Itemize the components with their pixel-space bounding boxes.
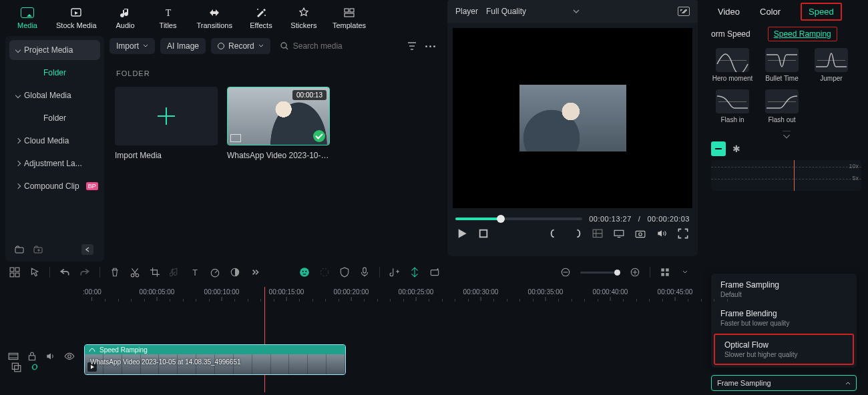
mic-icon[interactable] xyxy=(359,267,370,278)
beat-detect-icon[interactable] xyxy=(170,267,180,278)
undo-button[interactable] xyxy=(59,267,70,278)
svg-point-26 xyxy=(305,271,306,272)
tab-effects-label: Effects xyxy=(250,21,272,29)
preset-flash-in[interactable]: Flash in xyxy=(711,89,754,124)
freeze-frame-icon[interactable]: ✱ xyxy=(732,143,740,154)
quality-selector[interactable]: Full Quality xyxy=(486,7,580,16)
mode-uniform-speed[interactable]: orm Speed xyxy=(711,29,750,39)
fullscreen-icon[interactable] xyxy=(678,228,688,239)
inspector-tab-video[interactable]: Video xyxy=(718,7,740,17)
new-bin-icon[interactable] xyxy=(33,245,43,254)
sidebar-project-media[interactable]: Project Media xyxy=(9,40,100,60)
ai-tools-icon[interactable] xyxy=(299,267,310,278)
sidebar-compound-clip[interactable]: Compound Clip BP xyxy=(9,176,100,196)
shield-icon[interactable] xyxy=(339,267,350,278)
tab-titles[interactable]: T Titles xyxy=(154,7,182,29)
interpolation-select[interactable]: Frame Sampling xyxy=(711,375,857,391)
track-video-icon[interactable] xyxy=(8,351,19,362)
record-button[interactable]: Record xyxy=(211,38,270,54)
cut-button[interactable] xyxy=(130,267,140,278)
import-thumb[interactable] xyxy=(115,87,218,145)
text-tool-icon[interactable]: T xyxy=(190,267,200,278)
audio-sync-icon[interactable] xyxy=(389,267,400,278)
more-tools-icon[interactable] xyxy=(250,267,260,278)
ai-image-button[interactable]: AI Image xyxy=(160,38,206,54)
time-ruler[interactable]: :00:0000:00:05:0000:00:10:0000:00:15:000… xyxy=(83,288,694,307)
filter-icon[interactable] xyxy=(407,41,417,51)
mode-speed-ramping[interactable]: Speed Ramping xyxy=(768,27,837,41)
sidebar-global-media[interactable]: Global Media xyxy=(9,85,100,105)
color-tool-icon[interactable] xyxy=(230,267,240,278)
lock-icon[interactable] xyxy=(27,351,37,362)
remove-keyframe-button[interactable] xyxy=(711,141,726,156)
collapse-sidebar-button[interactable] xyxy=(81,244,93,255)
more-options-icon[interactable] xyxy=(423,43,438,50)
video-thumb[interactable]: 00:00:13 xyxy=(227,87,330,145)
preset-hero-moment[interactable]: Hero moment xyxy=(711,48,754,83)
tab-stock-media[interactable]: Stock Media xyxy=(56,7,97,29)
snapshot-button[interactable] xyxy=(635,228,646,239)
eye-icon[interactable] xyxy=(64,351,75,362)
expand-divider[interactable] xyxy=(783,131,791,137)
tab-audio[interactable]: Audio xyxy=(112,7,140,29)
track-options-icon[interactable] xyxy=(680,267,690,278)
mark-out-icon[interactable] xyxy=(571,228,582,239)
stop-button[interactable] xyxy=(478,228,489,239)
tab-templates[interactable]: Templates xyxy=(333,7,366,29)
zoom-in-button[interactable] xyxy=(630,267,640,278)
search-input[interactable] xyxy=(293,41,367,51)
video-tile[interactable]: 00:00:13 WhatsApp Video 2023-10-05... xyxy=(227,87,330,160)
track-display-icon[interactable] xyxy=(660,267,670,278)
search-media[interactable] xyxy=(276,39,401,53)
copy-track-icon[interactable] xyxy=(11,362,21,372)
play-button[interactable] xyxy=(457,228,467,239)
preset-jumper[interactable]: Jumper xyxy=(810,48,853,83)
option-frame-blending[interactable]: Frame Blending Faster but lower quality xyxy=(711,304,857,332)
delete-button[interactable] xyxy=(110,267,120,278)
sidebar-cloud-media[interactable]: Cloud Media xyxy=(9,131,100,151)
timeline-clip[interactable]: Speed Ramping WhatsApp Video 2023-10-05 … xyxy=(84,344,346,375)
seek-knob[interactable] xyxy=(497,215,505,223)
zoom-out-button[interactable] xyxy=(560,267,571,278)
grid-view-icon[interactable] xyxy=(9,267,20,278)
player-viewport[interactable] xyxy=(453,28,692,208)
timeline-toolbar: T xyxy=(5,263,694,282)
redo-button[interactable] xyxy=(79,267,90,278)
option-optical-flow[interactable]: Optical Flow Slower but higher quality xyxy=(714,334,854,365)
ramp-cursor[interactable] xyxy=(794,160,795,191)
mute-icon[interactable] xyxy=(45,351,56,362)
tab-media[interactable]: Media xyxy=(13,7,41,29)
preset-flash-out[interactable]: Flash out xyxy=(761,89,803,124)
preset-bullet-time[interactable]: Bullet Time xyxy=(761,48,803,83)
pointer-tool-icon[interactable] xyxy=(29,267,40,278)
option-frame-sampling[interactable]: Frame Sampling Default xyxy=(711,275,857,304)
marker-icon[interactable] xyxy=(409,267,420,278)
inspector-tab-speed[interactable]: Speed xyxy=(801,3,842,21)
new-folder-icon[interactable] xyxy=(15,245,24,254)
display-icon[interactable] xyxy=(614,228,624,239)
speed-ramp-graph[interactable]: 10x 5x xyxy=(711,160,861,191)
speed-tool-icon[interactable] xyxy=(210,267,220,278)
mark-in-icon[interactable] xyxy=(550,228,560,239)
sidebar-folder-active[interactable]: Folder xyxy=(9,63,100,83)
zoom-slider[interactable] xyxy=(580,272,620,274)
ratio-icon[interactable] xyxy=(592,228,603,239)
tab-stickers[interactable]: Stickers xyxy=(290,7,318,29)
crop-button[interactable] xyxy=(150,267,160,278)
import-media-tile[interactable]: Import Media xyxy=(115,87,218,160)
link-icon[interactable] xyxy=(29,362,40,372)
playhead[interactable] xyxy=(264,287,265,392)
snapshot-icon[interactable] xyxy=(678,7,690,16)
volume-icon[interactable] xyxy=(656,228,667,239)
tab-effects[interactable]: Effects xyxy=(247,7,275,29)
sidebar-adjustment-layer[interactable]: Adjustment La... xyxy=(9,153,100,173)
zoom-knob[interactable] xyxy=(614,270,620,276)
inspector-tab-color[interactable]: Color xyxy=(760,7,781,17)
sidebar-folder-2[interactable]: Folder xyxy=(9,108,100,128)
seek-bar[interactable] xyxy=(455,218,582,220)
time-sep: / xyxy=(638,215,641,223)
tab-transitions[interactable]: Transitions xyxy=(197,7,232,29)
import-button[interactable]: Import xyxy=(110,38,155,54)
render-icon[interactable] xyxy=(429,267,440,278)
chevron-down-icon xyxy=(258,43,264,49)
